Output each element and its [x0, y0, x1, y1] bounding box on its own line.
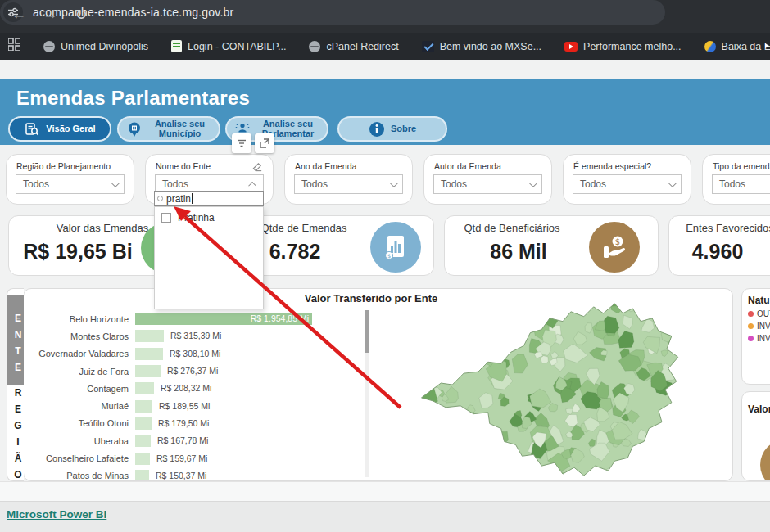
- slicer-value: Todos: [441, 178, 529, 190]
- report-chart-icon: $: [370, 222, 421, 273]
- slicer-label: Autor da Emenda: [434, 161, 501, 171]
- slicer-value: Todos: [719, 178, 770, 190]
- bookmark-item[interactable]: Baixa da Empresa...: [704, 41, 770, 52]
- slicer-search-input[interactable]: pratin: [154, 191, 264, 206]
- page-title: Emendas Parlamentares: [16, 87, 250, 110]
- report-search-icon: [24, 121, 40, 138]
- slicer-label: Ano da Emenda: [295, 161, 356, 171]
- nav-sobre[interactable]: Sobre: [337, 116, 447, 142]
- eraser-icon[interactable]: [252, 161, 263, 172]
- address-bar[interactable]: acompanhe-emendas-ia.tce.mg.gov.br: [0, 0, 665, 25]
- bar-value-label: R$ 167,78 Mi: [157, 435, 208, 445]
- legend-dot: [748, 311, 754, 317]
- slicer-value: Todos: [301, 178, 390, 190]
- browser-toolbar: ← → ↻ acompanhe-emendas-ia.tce.mg.gov.br: [0, 0, 770, 33]
- screenshot-root: { "browser": { "url": "acompanhe-emendas…: [0, 0, 770, 532]
- chevron-down-icon: [111, 179, 120, 187]
- bar[interactable]: R$ 1.954,85 Mi: [135, 313, 312, 325]
- bar[interactable]: [135, 400, 152, 413]
- slicer-card: Autor da Emenda Todos: [424, 154, 552, 205]
- forward-icon[interactable]: →: [39, 6, 61, 23]
- slicer-label: Nome do Ente: [156, 161, 211, 171]
- bar-row[interactable]: Juiz de ForaR$ 276,37 Mi: [25, 363, 366, 380]
- legend-item[interactable]: INVESTIMENTO: [748, 322, 770, 331]
- slicer-dropdown[interactable]: Todos: [573, 174, 682, 194]
- choropleth-map-minas-gerais[interactable]: [401, 294, 728, 480]
- slicer-dropdown[interactable]: Todos: [16, 174, 125, 194]
- svg-text:$: $: [387, 253, 391, 259]
- axis-field-tabs: ENTE REGIÃO: [7, 288, 24, 481]
- search-icon: [157, 196, 163, 201]
- slicer-label: É emenda especial?: [573, 161, 651, 171]
- hand-coin-icon: $: [589, 222, 640, 273]
- bar[interactable]: [135, 382, 154, 394]
- bookmark-favicon: [704, 41, 716, 52]
- slicer-card: Tipo da emenda Todos: [702, 154, 770, 205]
- bar-category-label: Juiz de Fora: [25, 367, 135, 376]
- bar-value-label: R$ 1.954,85 Mi: [251, 313, 309, 323]
- filter-lines-button[interactable]: [232, 133, 251, 153]
- bar-row[interactable]: MuriaéR$ 189,55 Mi: [25, 397, 366, 414]
- slicer-options-panel: Pratinha: [154, 206, 264, 309]
- bar-row[interactable]: Patos de MinasR$ 150,37 Mi: [25, 467, 366, 481]
- bar-row[interactable]: Montes ClarosR$ 315,39 Mi: [25, 327, 366, 345]
- bar[interactable]: [135, 330, 164, 342]
- chart-scrollbar-thumb[interactable]: [365, 310, 369, 353]
- bookmark-item[interactable]: Bem vindo ao MXSe...: [422, 41, 541, 52]
- axis-tab-regiao[interactable]: REGIÃO: [7, 385, 24, 479]
- bar-category-label: Muriaé: [25, 401, 135, 411]
- bar[interactable]: [135, 435, 151, 447]
- powerbi-footer-link[interactable]: Microsoft Power BI: [7, 508, 106, 521]
- bookmark-item[interactable]: Login - CONTABILP...: [171, 40, 286, 52]
- bar[interactable]: [135, 470, 149, 481]
- slicer-option[interactable]: Pratinha: [155, 207, 263, 223]
- bar-value-label: R$ 189,55 Mi: [159, 401, 210, 411]
- url-text: acompanhe-emendas-ia.tce.mg.gov.br: [33, 6, 233, 19]
- bar-row[interactable]: Conselheiro LafaieteR$ 159,67 Mi: [25, 449, 366, 467]
- bar[interactable]: [135, 417, 152, 430]
- bookmark-item[interactable]: cPanel Redirect: [309, 41, 398, 52]
- bar-category-label: Patos de Minas: [25, 471, 135, 480]
- filter-row: Região de Planejamento Todos Nome do Ent…: [6, 154, 770, 205]
- nav-analise-municipio[interactable]: Analise seu Município: [117, 116, 220, 142]
- dashboard-header: Emendas Parlamentares Visão Geral: [0, 79, 770, 145]
- legend-item[interactable]: OUTRAS: [748, 309, 770, 318]
- slicer-dropdown[interactable]: Todos: [712, 174, 770, 194]
- bar-row[interactable]: Belo HorizonteR$ 1.954,85 Mi: [25, 310, 366, 327]
- slicer-value: Todos: [23, 178, 111, 190]
- bookmark-item[interactable]: Performance melho...: [564, 41, 682, 52]
- reload-icon[interactable]: ↻: [70, 6, 92, 24]
- natureza-panel: Natureza OUTRAS INVESTIMENTO INVERSÃO: [741, 288, 770, 385]
- bar-row[interactable]: UberabaR$ 167,78 Mi: [25, 432, 366, 449]
- bar[interactable]: [135, 453, 150, 465]
- svg-text:$: $: [615, 237, 620, 246]
- bar-value-label: R$ 315,39 Mi: [170, 331, 221, 340]
- legend-item[interactable]: INVERSÃO: [748, 334, 770, 343]
- nav-label: Analise seu Município: [148, 119, 212, 138]
- slicer-dropdown[interactable]: Todos: [433, 174, 542, 194]
- bar[interactable]: [135, 365, 161, 377]
- expand-button[interactable]: [255, 133, 274, 153]
- bar-row[interactable]: ContagemR$ 208,32 Mi: [25, 380, 366, 397]
- valor-panel: Valor: [741, 391, 770, 481]
- search-query-text: pratin: [166, 193, 191, 205]
- back-icon[interactable]: ←: [8, 6, 29, 23]
- natureza-title: Natureza: [748, 295, 770, 306]
- bar-value-label: R$ 150,37 Mi: [156, 471, 206, 480]
- bookmark-favicon: [171, 40, 182, 52]
- bar-row[interactable]: Teófilo OtoniR$ 179,50 Mi: [25, 415, 366, 432]
- bookmark-item[interactable]: Unimed Divinópolis: [43, 41, 148, 52]
- bar-category-label: Uberaba: [25, 436, 135, 446]
- bookmarks-bar: Unimed Divinópolis Login - CONTABILP... …: [0, 33, 770, 60]
- axis-tab-ente[interactable]: ENTE: [7, 295, 24, 385]
- nav-label: Sobre: [391, 124, 416, 134]
- kpi-value: 4.960: [669, 240, 770, 264]
- checkbox[interactable]: [161, 213, 171, 223]
- nav-visao-geral[interactable]: Visão Geral: [8, 116, 111, 142]
- kpi-card: Entes Favorecidos 4.960: [668, 215, 770, 276]
- report-bottom-strip: [0, 481, 770, 501]
- bar[interactable]: [135, 348, 163, 360]
- apps-grid-icon[interactable]: [8, 38, 20, 54]
- bar-row[interactable]: Governador ValadaresR$ 308,10 Mi: [25, 345, 366, 363]
- slicer-dropdown[interactable]: Todos: [294, 174, 403, 194]
